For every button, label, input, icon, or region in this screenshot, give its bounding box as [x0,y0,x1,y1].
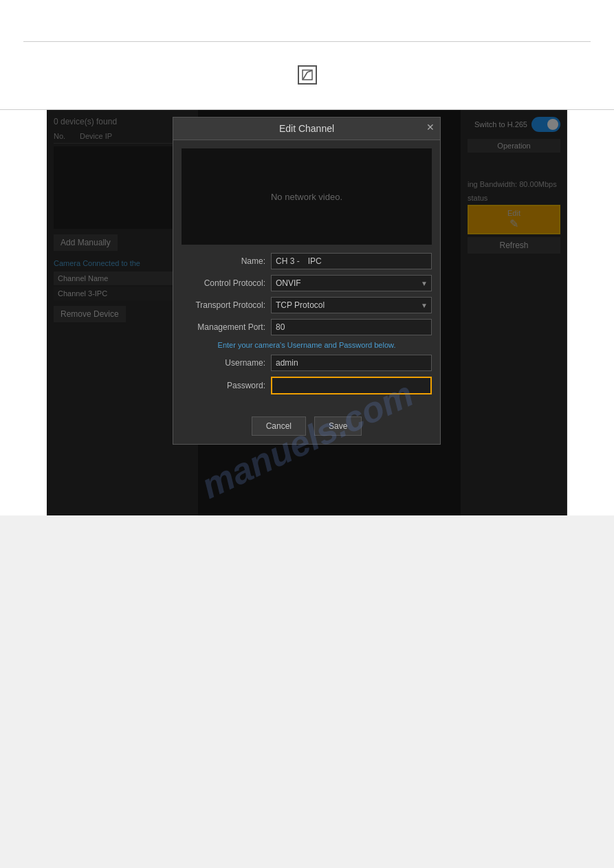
modal-footer: Cancel Save [173,411,440,444]
svg-line-2 [307,71,311,72]
username-row: Username: [182,355,432,371]
top-area [0,0,614,110]
save-button[interactable]: Save [314,416,362,436]
modal-overlay: Edit Channel ✕ No network video. Name: C… [47,110,567,515]
transport-protocol-select[interactable]: TCP Protocol [271,297,432,313]
modal-body: No network video. Name: CH 3 - Control P… [173,140,440,411]
edit-icon-container [298,65,317,85]
name-prefix: CH 3 - [271,253,304,269]
transport-protocol-label: Transport Protocol: [182,300,271,310]
password-input[interactable] [271,377,432,394]
name-input[interactable] [304,253,432,269]
main-area: 0 device(s) found No. Device IP Add Manu… [0,110,614,515]
name-row: Name: CH 3 - [182,253,432,269]
control-protocol-label: Control Protocol: [182,278,271,288]
video-preview: No network video. [182,148,432,245]
transport-protocol-row: Transport Protocol: TCP Protocol ▼ [182,297,432,313]
password-row: Password: [182,377,432,394]
control-protocol-select-wrapper: ONVIF ▼ [271,275,432,291]
username-label: Username: [182,358,271,368]
name-input-group: CH 3 - [271,253,432,269]
management-port-input[interactable] [271,319,432,335]
username-input[interactable] [271,355,432,371]
modal-title-bar: Edit Channel ✕ [173,118,440,140]
management-port-label: Management Port: [182,322,271,332]
top-line [23,41,591,42]
name-label: Name: [182,256,271,266]
management-port-row: Management Port: [182,319,432,335]
modal-title: Edit Channel [279,123,334,134]
transport-protocol-select-wrapper: TCP Protocol ▼ [271,297,432,313]
hint-text: Enter your camera's Username and Passwor… [182,341,432,349]
edit-channel-modal: Edit Channel ✕ No network video. Name: C… [173,117,441,445]
cancel-button[interactable]: Cancel [252,416,306,436]
svg-line-1 [303,72,307,79]
modal-close-button[interactable]: ✕ [426,122,435,133]
video-preview-text: No network video. [271,192,342,202]
control-protocol-row: Control Protocol: ONVIF ▼ [182,275,432,291]
password-label: Password: [182,381,271,390]
control-protocol-select[interactable]: ONVIF [271,275,432,291]
edit-pencil-icon [298,65,317,85]
